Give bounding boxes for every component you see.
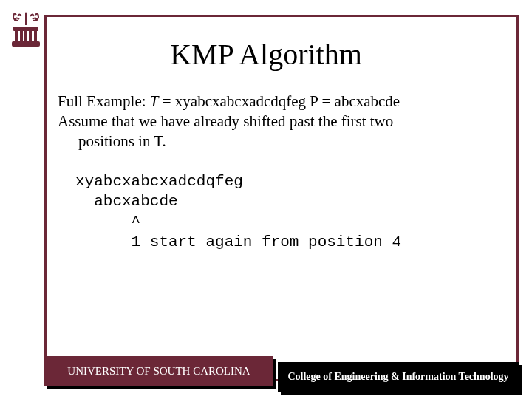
university-name: UNIVERSITY OF SOUTH CAROLINA: [67, 365, 250, 378]
slide-title: KMP Algorithm: [0, 37, 532, 72]
example-prefix: Full Example:: [58, 92, 150, 110]
footer-right-box: College of Engineering & Information Tec…: [278, 362, 519, 392]
body-line-3: positions in T.: [58, 132, 508, 151]
body-line-2: Assume that we have already shifted past…: [58, 112, 508, 132]
mono-line-2: abcxabcde: [75, 193, 178, 210]
slide-body: Full Example: T = xyabcxabcxadcdqfeg P =…: [58, 92, 508, 151]
college-name: College of Engineering & Information Tec…: [287, 371, 508, 383]
footer-left-box: UNIVERSITY OF SOUTH CAROLINA: [44, 356, 273, 386]
body-line-1: Full Example: T = xyabcxabcxadcdqfeg P =…: [58, 92, 508, 112]
mono-line-3: ^: [75, 214, 140, 231]
slide-footer: UNIVERSITY OF SOUTH CAROLINA College of …: [44, 356, 519, 389]
example-values: = xyabcxabcxadcdqfeg P = abcxabcde: [159, 92, 400, 110]
code-block: xyabcxabcxadcdqfeg abcxabcde ^ 1 start a…: [75, 171, 401, 252]
svg-rect-0: [13, 27, 38, 31]
var-T: T: [150, 92, 159, 110]
mono-line-1: xyabcxabcxadcdqfeg: [75, 173, 243, 190]
mono-line-4: 1 start again from position 4: [75, 233, 401, 250]
